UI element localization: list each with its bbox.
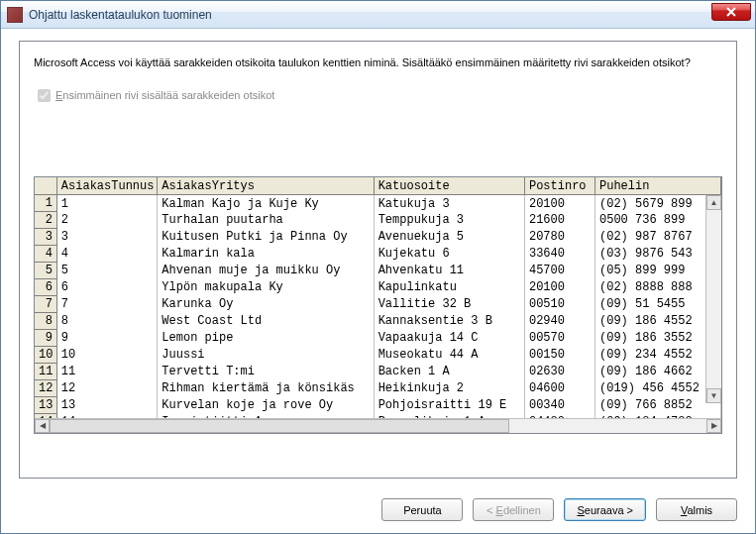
cell-company: Innuietiitti Ay [158,414,374,418]
data-grid: AsiakasTunnus AsiakasYritys Katuosoite P… [34,176,722,434]
cancel-button[interactable]: Peruuta [381,498,463,521]
table-row[interactable]: 11Kalman Kajo ja Kuje KyKatukuja 320100(… [35,195,721,212]
row-number: 4 [35,246,56,263]
vertical-scrollbar[interactable]: ▲ ▼ [705,195,721,403]
cell-id: 7 [56,296,158,313]
close-icon [726,7,736,17]
col-header-addr[interactable]: Katuosoite [374,177,524,195]
scroll-track-h[interactable] [50,419,706,433]
table-row[interactable]: 1414Innuietiitti AyPoppelikuja 1 A04480(… [35,414,721,418]
cell-phone: (02) 5679 899 [595,195,721,212]
cell-phone: (05) 899 999 [595,263,721,279]
cell-post: 04480 [524,414,594,418]
cell-addr: Backen 1 A [374,364,524,380]
cell-addr: Katukuja 3 [374,195,524,212]
row-number: 13 [35,397,56,414]
cell-company: Kuitusen Putki ja Pinna Oy [158,229,374,246]
cell-phone: (09) 51 5455 [595,296,721,313]
cell-company: West Coast Ltd [158,313,374,330]
cell-id: 10 [56,347,158,364]
cell-post: 21600 [524,212,594,229]
window-title: Ohjattu laskentataulukon tuominen [29,8,212,22]
table-row[interactable]: 77Karunka OyVallitie 32 B00510(09) 51 54… [35,296,721,313]
cell-post: 45700 [524,263,594,279]
row-number-header [35,177,56,195]
instruction-text: Microsoft Access voi käyttää sarakkeiden… [34,55,722,70]
col-header-company[interactable]: AsiakasYritys [158,177,374,195]
row-number: 9 [35,330,56,347]
table-row[interactable]: 1212Rihman kiertämä ja könsikäsHeikinkuj… [35,380,721,397]
table-row[interactable]: 88West Coast LtdKannaksentie 3 B02940(09… [35,313,721,330]
cell-post: 00150 [524,347,594,364]
cell-company: Karunka Oy [158,296,374,313]
titlebar: Ohjattu laskentataulukon tuominen [1,1,755,29]
cell-post: 00570 [524,330,594,347]
next-button[interactable]: Seuraava > [564,498,646,521]
cell-id: 2 [56,212,158,229]
table-row[interactable]: 1111Tervetti T:miBacken 1 A02630(09) 186… [35,364,721,380]
scroll-left-arrow[interactable]: ◀ [35,419,50,433]
table-row[interactable]: 44Kalmarin kalaKujekatu 633640(03) 9876 … [35,246,721,263]
horizontal-scrollbar[interactable]: ◀ ▶ [35,418,721,433]
spacer [34,117,722,176]
cell-phone: (09) 234 4552 [595,347,721,364]
cell-addr: Kannaksentie 3 B [374,313,524,330]
cell-company: Ahvenan muje ja muikku Oy [158,263,374,279]
cell-id: 12 [56,380,158,397]
scroll-up-arrow[interactable]: ▲ [706,195,721,210]
row-number: 5 [35,263,56,279]
back-button[interactable]: < Edellinen [473,498,554,521]
table-row[interactable]: 66Ylpön makupala KyKapulinkatu20100(02) … [35,279,721,296]
scroll-thumb-h[interactable] [50,419,509,433]
cell-phone: (09) 186 4662 [595,364,721,380]
row-number: 6 [35,279,56,296]
table-row[interactable]: 55Ahvenan muje ja muikku OyAhvenkatu 114… [35,263,721,279]
table-row[interactable]: 1010JuussiMuseokatu 44 A00150(09) 234 45… [35,347,721,364]
cell-id: 4 [56,246,158,263]
table-row[interactable]: 22Turhalan puutarhaTemppukuja 3216000500… [35,212,721,229]
cell-post: 33640 [524,246,594,263]
col-header-post[interactable]: Postinro [524,177,594,195]
cell-company: Kalmarin kala [158,246,374,263]
cell-post: 20100 [524,279,594,296]
cell-company: Rihman kiertämä ja könsikäs [158,380,374,397]
preview-table: AsiakasTunnus AsiakasYritys Katuosoite P… [35,177,721,418]
cell-phone: (02) 8888 888 [595,279,721,296]
scroll-track-v[interactable] [706,210,721,388]
table-row[interactable]: 99Lemon pipeVapaakuja 14 C00570(09) 186 … [35,330,721,347]
table-row[interactable]: 1313Kurvelan koje ja rove OyPohjoisraitt… [35,397,721,414]
cell-addr: Avenuekuja 5 [374,229,524,246]
row-number: 8 [35,313,56,330]
finish-button[interactable]: Valmis [656,498,737,521]
cell-id: 11 [56,364,158,380]
row-number: 14 [35,414,56,418]
cell-phone: 0500 736 899 [595,212,721,229]
table-row[interactable]: 33Kuitusen Putki ja Pinna OyAvenuekuja 5… [35,229,721,246]
cell-id: 13 [56,397,158,414]
cell-phone: (019) 456 4552 [595,380,721,397]
cell-addr: Ahvenkatu 11 [374,263,524,279]
cell-addr: Kujekatu 6 [374,246,524,263]
content-area: Microsoft Access voi käyttää sarakkeiden… [1,29,755,488]
col-header-phone[interactable]: Puhelin [595,177,721,195]
close-button[interactable] [711,3,751,21]
row-number: 7 [35,296,56,313]
cell-addr: Vapaakuja 14 C [374,330,524,347]
cell-addr: Museokatu 44 A [374,347,524,364]
cell-id: 9 [56,330,158,347]
first-row-headers-checkbox-row: Ensimmäinen rivi sisältää sarakkeiden ot… [34,86,722,105]
cell-phone: (09) 184 4782 [595,414,721,418]
cell-phone: (09) 186 4552 [595,313,721,330]
cell-addr: Kapulinkatu [374,279,524,296]
cell-post: 02630 [524,364,594,380]
cell-id: 5 [56,263,158,279]
cell-company: Juussi [158,347,374,364]
cell-id: 1 [56,195,158,212]
cell-id: 6 [56,279,158,296]
scroll-right-arrow[interactable]: ▶ [706,419,721,433]
col-header-id[interactable]: AsiakasTunnus [56,177,158,195]
scroll-down-arrow[interactable]: ▼ [706,388,721,403]
first-row-headers-label: Ensimmäinen rivi sisältää sarakkeiden ot… [55,89,274,101]
first-row-headers-checkbox[interactable] [38,89,51,102]
cell-post: 20780 [524,229,594,246]
